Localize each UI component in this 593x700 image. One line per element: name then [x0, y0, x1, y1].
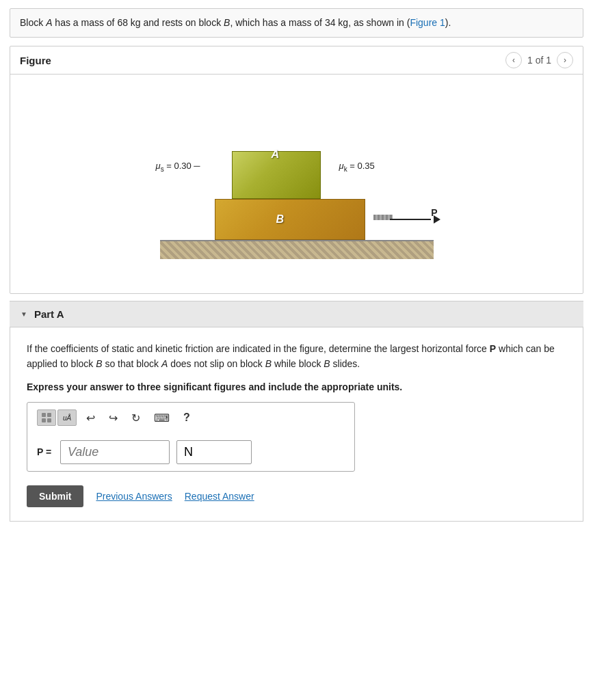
matrix-icon-button[interactable] — [37, 409, 56, 426]
svg-rect-1 — [47, 413, 51, 417]
figure-body: μs = 0.30 ─ μk = 0.35 A B P — [10, 75, 583, 293]
figure-next-button[interactable]: › — [557, 52, 573, 68]
font-size-button[interactable]: uÅ — [57, 409, 77, 426]
keyboard-button[interactable]: ⌨ — [150, 409, 174, 427]
svg-rect-3 — [47, 418, 51, 422]
figure-link[interactable]: Figure 1 — [410, 17, 445, 28]
part-a-body: If the coefficients of static and kineti… — [10, 327, 583, 522]
format-buttons-group: uÅ — [37, 409, 77, 426]
problem-statement: Block A has a mass of 68 kg and rests on… — [10, 8, 583, 38]
refresh-button[interactable]: ↻ — [127, 409, 144, 427]
block-a-label: A — [272, 131, 280, 178]
p-equals-label: P = — [37, 446, 53, 457]
unit-input[interactable] — [176, 440, 252, 464]
part-a-description: If the coefficients of static and kineti… — [27, 341, 566, 372]
figure-header: Figure ‹ 1 of 1 › — [10, 46, 583, 75]
answer-input-row: P = — [37, 440, 345, 464]
figure-title: Figure — [20, 55, 51, 66]
arrow-line — [390, 219, 431, 220]
value-input[interactable] — [60, 440, 170, 464]
help-button[interactable]: ? — [179, 409, 194, 426]
submit-button[interactable]: Submit — [27, 485, 83, 507]
figure-section: Figure ‹ 1 of 1 › μs = 0.30 ─ μk = 0.35 … — [10, 46, 583, 294]
figure-nav: ‹ 1 of 1 › — [505, 52, 573, 68]
part-a-header[interactable]: ▼ Part A — [10, 301, 583, 327]
figure-page-label: 1 of 1 — [527, 55, 551, 66]
mu-k-label: μk = 0.35 — [339, 161, 375, 173]
p-force-label: P — [431, 207, 437, 218]
matrix-icon — [41, 412, 52, 423]
undo-button[interactable]: ↩ — [82, 409, 99, 427]
svg-rect-2 — [42, 418, 46, 422]
part-a-label: Part A — [34, 308, 64, 320]
part-a-instruction: Express your answer to three significant… — [27, 381, 566, 392]
block-b — [215, 199, 365, 240]
block-b-label: B — [276, 199, 285, 240]
ground — [160, 240, 434, 259]
part-a-section: ▼ Part A If the coefficients of static a… — [10, 301, 583, 522]
answer-box: uÅ ↩ ↪ ↻ ⌨ ? P = — [27, 402, 355, 472]
font-size-label: uÅ — [63, 414, 71, 422]
svg-rect-0 — [42, 413, 46, 417]
previous-answers-button[interactable]: Previous Answers — [96, 491, 172, 502]
diagram: μs = 0.30 ─ μk = 0.35 A B P — [146, 109, 447, 259]
figure-prev-button[interactable]: ‹ — [505, 52, 522, 68]
answer-toolbar: uÅ ↩ ↪ ↻ ⌨ ? — [37, 409, 345, 432]
submit-row: Submit Previous Answers Request Answer — [27, 483, 566, 507]
request-answer-button[interactable]: Request Answer — [185, 491, 254, 502]
mu-s-label: μs = 0.30 ─ — [156, 161, 200, 173]
collapse-triangle-icon: ▼ — [21, 310, 27, 318]
redo-button[interactable]: ↪ — [105, 409, 122, 427]
